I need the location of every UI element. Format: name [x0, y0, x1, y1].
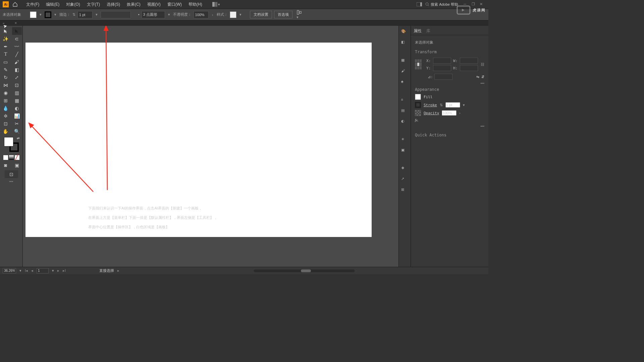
flip-v-icon[interactable]: ⇵: [481, 75, 484, 79]
stroke-swatch[interactable]: [45, 11, 51, 18]
scale-tool[interactable]: ⤢: [12, 73, 22, 81]
layout-icon[interactable]: [417, 2, 422, 6]
screen-mode[interactable]: ▣: [12, 161, 22, 169]
gradient-icon[interactable]: ▤: [401, 108, 409, 116]
swatches-icon[interactable]: ▦: [401, 58, 409, 65]
artboards-icon[interactable]: ⊞: [401, 187, 409, 195]
width-tool[interactable]: ⋈: [1, 81, 11, 89]
pen-tool[interactable]: ✒: [1, 43, 11, 50]
search-box[interactable]: 搜索 Adobe 帮助: [425, 2, 458, 7]
rectangle-tool[interactable]: ▭: [1, 58, 11, 66]
drawing-mode[interactable]: ◙: [1, 161, 11, 169]
align-icon[interactable]: ▾: [297, 10, 303, 19]
color-mode-solid[interactable]: [3, 155, 8, 160]
menu-help[interactable]: 帮助(H): [185, 2, 206, 7]
fill-stroke-control[interactable]: ⇄: [4, 137, 19, 152]
appearance-stroke-swatch[interactable]: [415, 102, 421, 108]
tab-properties[interactable]: 属性: [414, 28, 422, 34]
shape-builder-tool[interactable]: ◉: [1, 89, 11, 97]
fill-swatch[interactable]: [30, 11, 37, 18]
asset-export-icon[interactable]: ↗: [401, 177, 409, 184]
opacity-input[interactable]: [194, 11, 209, 18]
appearance-stroke-input[interactable]: [445, 102, 460, 108]
direct-selection-tool[interactable]: [12, 27, 22, 35]
symbol-sprayer-tool[interactable]: ✲: [1, 112, 11, 120]
transform-x-input[interactable]: [433, 58, 451, 64]
tab-libraries[interactable]: 库: [426, 28, 430, 34]
appearance-fill-swatch[interactable]: [415, 94, 421, 100]
h-scrollbar[interactable]: [254, 269, 355, 272]
menu-effect[interactable]: 效果(C): [123, 2, 144, 7]
transparency-icon[interactable]: ◐: [401, 119, 409, 126]
transform-y-input[interactable]: [433, 65, 451, 71]
transform-angle-input[interactable]: [434, 74, 452, 80]
stroke-weight-input[interactable]: [77, 11, 93, 18]
layers-icon[interactable]: ❖: [401, 166, 409, 173]
document-setup-button[interactable]: 文档设置: [250, 11, 272, 18]
color-panel-icon[interactable]: 🎨: [401, 29, 409, 37]
transform-w-input[interactable]: [460, 58, 478, 64]
slice-tool[interactable]: ✂: [12, 120, 22, 127]
opacity-flyout-icon[interactable]: ›: [211, 11, 215, 18]
gradient-tool[interactable]: ▦: [12, 97, 22, 104]
curvature-tool[interactable]: 〰: [12, 43, 22, 50]
free-transform-tool[interactable]: ⊡: [12, 81, 22, 89]
blend-tool[interactable]: ◐: [12, 104, 22, 112]
lasso-tool[interactable]: ⊂: [12, 35, 22, 43]
zoom-tool[interactable]: 🔍: [12, 127, 22, 135]
stroke-dropdown-icon[interactable]: ▾: [53, 11, 57, 18]
flip-h-icon[interactable]: ⇋: [476, 75, 479, 79]
menu-view[interactable]: 视图(V): [144, 2, 164, 7]
appearance-icon[interactable]: ☀: [401, 137, 409, 144]
nav-prev-icon[interactable]: ◂: [31, 268, 33, 273]
edit-toolbar-icon[interactable]: •••: [0, 178, 22, 185]
canvas-area[interactable]: 36.26% (RGB/预览) × 下面我们来认识一下AI的操作界面，点击AI界…: [23, 26, 398, 267]
appearance-opacity-input[interactable]: [442, 110, 457, 116]
preferences-button[interactable]: 首选项: [274, 11, 292, 18]
nav-first-icon[interactable]: I◂: [25, 268, 28, 273]
column-graph-tool[interactable]: 📊: [12, 112, 22, 120]
color-guide-icon[interactable]: ◧: [401, 40, 409, 47]
magic-wand-tool[interactable]: ✨: [1, 35, 11, 43]
transform-reference-point[interactable]: [415, 59, 422, 69]
rotate-tool[interactable]: ↻: [1, 73, 11, 81]
brush-input[interactable]: [142, 11, 165, 18]
appearance-opacity-swatch[interactable]: [415, 110, 421, 116]
menu-window[interactable]: 窗口(W): [164, 2, 185, 7]
variable-width-input[interactable]: [101, 11, 131, 18]
appearance-more-icon[interactable]: •••: [415, 124, 484, 128]
stroke-panel-icon[interactable]: ≡: [401, 98, 409, 105]
nav-last-icon[interactable]: ▸I: [63, 268, 66, 273]
home-icon[interactable]: [12, 1, 18, 7]
line-tool[interactable]: ╱: [12, 50, 22, 58]
artboard-tool[interactable]: ⊡: [1, 120, 11, 127]
nav-next-icon[interactable]: ▸: [57, 268, 59, 273]
arrange-docs-icon[interactable]: ▾: [212, 2, 220, 7]
artboard-number-input[interactable]: [37, 268, 49, 274]
menu-type[interactable]: 文字(T): [84, 2, 103, 7]
graphic-styles-icon[interactable]: ▣: [401, 148, 409, 155]
fill-dropdown-icon[interactable]: ▾: [39, 11, 43, 18]
symbols-icon[interactable]: ♣: [401, 79, 409, 87]
eyedropper-tool[interactable]: 💧: [1, 104, 11, 112]
menu-object[interactable]: 对象(O): [63, 2, 83, 7]
hand-tool[interactable]: ✋: [1, 127, 11, 135]
shaper-tool[interactable]: ✎: [1, 66, 11, 73]
status-flyout-icon[interactable]: ▸: [117, 268, 119, 273]
menu-file[interactable]: 文件(F): [23, 2, 43, 7]
type-tool[interactable]: T: [1, 50, 11, 58]
color-mode-none[interactable]: ╱: [15, 155, 19, 160]
link-wh-icon[interactable]: ⛓: [481, 62, 484, 66]
eraser-tool[interactable]: ◧: [12, 66, 22, 73]
menu-select[interactable]: 选择(S): [103, 2, 123, 7]
style-swatch[interactable]: [230, 11, 236, 18]
paintbrush-tool[interactable]: 🖌: [12, 58, 22, 66]
perspective-tool[interactable]: ▥: [12, 89, 22, 97]
screen-mode-toggle[interactable]: ⊡: [5, 170, 18, 178]
menu-edit[interactable]: 编辑(E): [43, 2, 63, 7]
brushes-icon[interactable]: 🖌: [401, 69, 409, 76]
transform-h-input[interactable]: [460, 65, 478, 71]
mesh-tool[interactable]: ⊞: [1, 97, 11, 104]
more-options-icon[interactable]: •••: [415, 81, 484, 85]
stepper-icon[interactable]: ⇅: [72, 12, 75, 17]
